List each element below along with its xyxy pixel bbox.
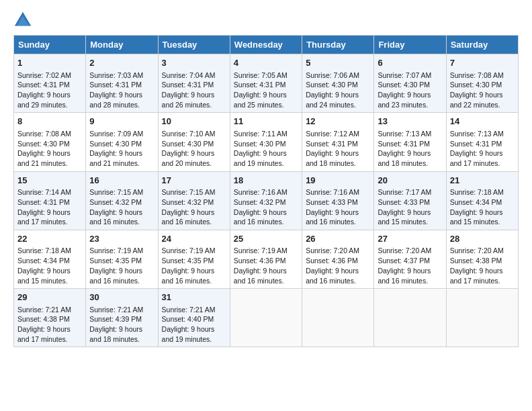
- day-header-tuesday: Tuesday: [158, 36, 230, 54]
- day-info: Sunrise: 7:18 AMSunset: 4:34 PMDaylight:…: [17, 246, 82, 285]
- day-number: 31: [162, 291, 226, 304]
- day-info: Sunrise: 7:21 AMSunset: 4:39 PMDaylight:…: [89, 305, 154, 345]
- calendar-cell: 10Sunrise: 7:10 AMSunset: 4:30 PMDayligh…: [158, 113, 230, 171]
- calendar-cell: 24Sunrise: 7:19 AMSunset: 4:35 PMDayligh…: [158, 230, 230, 288]
- day-number: 19: [306, 175, 370, 187]
- calendar-cell: 3Sunrise: 7:04 AMSunset: 4:31 PMDaylight…: [158, 54, 230, 113]
- calendar-table: SundayMondayTuesdayWednesdayThursdayFrid…: [13, 35, 519, 347]
- day-info: Sunrise: 7:15 AMSunset: 4:32 PMDaylight:…: [162, 187, 226, 227]
- day-number: 1: [17, 57, 82, 69]
- day-info: Sunrise: 7:13 AMSunset: 4:31 PMDaylight:…: [450, 129, 515, 169]
- day-number: 15: [17, 175, 82, 187]
- day-number: 13: [378, 116, 442, 128]
- day-number: 21: [450, 175, 515, 187]
- day-number: 4: [234, 57, 298, 69]
- day-info: Sunrise: 7:10 AMSunset: 4:30 PMDaylight:…: [162, 129, 226, 169]
- page: SundayMondayTuesdayWednesdayThursdayFrid…: [0, 0, 532, 354]
- day-info: Sunrise: 7:06 AMSunset: 4:30 PMDaylight:…: [306, 71, 370, 110]
- calendar-cell: 11Sunrise: 7:11 AMSunset: 4:30 PMDayligh…: [230, 113, 302, 171]
- day-header-monday: Monday: [86, 36, 158, 54]
- week-row-2: 8Sunrise: 7:08 AMSunset: 4:30 PMDaylight…: [14, 113, 519, 171]
- day-info: Sunrise: 7:14 AMSunset: 4:31 PMDaylight:…: [17, 187, 82, 227]
- day-number: 9: [89, 116, 154, 128]
- day-number: 29: [17, 291, 82, 304]
- logo-icon: [13, 11, 32, 30]
- day-info: Sunrise: 7:20 AMSunset: 4:37 PMDaylight:…: [378, 246, 442, 285]
- calendar-cell: 30Sunrise: 7:21 AMSunset: 4:39 PMDayligh…: [86, 289, 158, 347]
- day-number: 18: [234, 175, 298, 187]
- day-info: Sunrise: 7:13 AMSunset: 4:31 PMDaylight:…: [378, 129, 442, 169]
- calendar-cell: 27Sunrise: 7:20 AMSunset: 4:37 PMDayligh…: [374, 230, 446, 288]
- day-info: Sunrise: 7:03 AMSunset: 4:31 PMDaylight:…: [89, 71, 154, 110]
- calendar-cell: 26Sunrise: 7:20 AMSunset: 4:36 PMDayligh…: [302, 230, 374, 288]
- day-number: 8: [17, 116, 82, 128]
- day-info: Sunrise: 7:21 AMSunset: 4:40 PMDaylight:…: [162, 305, 226, 345]
- day-number: 27: [378, 233, 442, 245]
- day-number: 7: [450, 57, 515, 69]
- day-header-sunday: Sunday: [14, 36, 86, 54]
- day-number: 10: [162, 116, 226, 128]
- day-number: 6: [378, 57, 442, 69]
- day-number: 22: [17, 233, 82, 245]
- day-number: 14: [450, 116, 515, 128]
- calendar-cell: [374, 289, 446, 347]
- day-info: Sunrise: 7:16 AMSunset: 4:32 PMDaylight:…: [234, 187, 298, 227]
- day-info: Sunrise: 7:17 AMSunset: 4:33 PMDaylight:…: [378, 187, 442, 227]
- day-number: 28: [450, 233, 515, 245]
- calendar-cell: 4Sunrise: 7:05 AMSunset: 4:31 PMDaylight…: [230, 54, 302, 113]
- week-row-5: 29Sunrise: 7:21 AMSunset: 4:38 PMDayligh…: [14, 289, 519, 347]
- calendar-cell: 29Sunrise: 7:21 AMSunset: 4:38 PMDayligh…: [14, 289, 86, 347]
- calendar-cell: 19Sunrise: 7:16 AMSunset: 4:33 PMDayligh…: [302, 171, 374, 230]
- calendar-cell: 12Sunrise: 7:12 AMSunset: 4:31 PMDayligh…: [302, 113, 374, 171]
- day-number: 16: [89, 175, 154, 187]
- calendar-cell: 20Sunrise: 7:17 AMSunset: 4:33 PMDayligh…: [374, 171, 446, 230]
- calendar-cell: 21Sunrise: 7:18 AMSunset: 4:34 PMDayligh…: [446, 171, 518, 230]
- day-info: Sunrise: 7:20 AMSunset: 4:36 PMDaylight:…: [306, 246, 370, 285]
- calendar-cell: 17Sunrise: 7:15 AMSunset: 4:32 PMDayligh…: [158, 171, 230, 230]
- week-row-3: 15Sunrise: 7:14 AMSunset: 4:31 PMDayligh…: [14, 171, 519, 230]
- calendar-cell: 1Sunrise: 7:02 AMSunset: 4:31 PMDaylight…: [14, 54, 86, 113]
- calendar-cell: 9Sunrise: 7:09 AMSunset: 4:30 PMDaylight…: [86, 113, 158, 171]
- day-info: Sunrise: 7:12 AMSunset: 4:31 PMDaylight:…: [306, 129, 370, 169]
- day-info: Sunrise: 7:04 AMSunset: 4:31 PMDaylight:…: [162, 71, 226, 110]
- day-info: Sunrise: 7:18 AMSunset: 4:34 PMDaylight:…: [450, 187, 515, 227]
- day-info: Sunrise: 7:08 AMSunset: 4:30 PMDaylight:…: [450, 71, 515, 110]
- day-number: 17: [162, 175, 226, 187]
- day-info: Sunrise: 7:20 AMSunset: 4:38 PMDaylight:…: [450, 246, 515, 285]
- day-number: 24: [162, 233, 226, 245]
- header-row: SundayMondayTuesdayWednesdayThursdayFrid…: [14, 36, 519, 54]
- day-number: 25: [234, 233, 298, 245]
- day-info: Sunrise: 7:19 AMSunset: 4:36 PMDaylight:…: [234, 246, 298, 285]
- day-number: 20: [378, 175, 442, 187]
- day-number: 26: [306, 233, 370, 245]
- day-header-saturday: Saturday: [446, 36, 518, 54]
- day-number: 3: [162, 57, 226, 69]
- calendar-cell: 7Sunrise: 7:08 AMSunset: 4:30 PMDaylight…: [446, 54, 518, 113]
- week-row-1: 1Sunrise: 7:02 AMSunset: 4:31 PMDaylight…: [14, 54, 519, 113]
- day-info: Sunrise: 7:02 AMSunset: 4:31 PMDaylight:…: [17, 71, 82, 110]
- calendar-cell: [302, 289, 374, 347]
- day-info: Sunrise: 7:09 AMSunset: 4:30 PMDaylight:…: [89, 129, 154, 169]
- calendar-cell: [230, 289, 302, 347]
- day-info: Sunrise: 7:08 AMSunset: 4:30 PMDaylight:…: [17, 129, 82, 169]
- header: [13, 11, 519, 30]
- day-info: Sunrise: 7:19 AMSunset: 4:35 PMDaylight:…: [162, 246, 226, 285]
- day-info: Sunrise: 7:19 AMSunset: 4:35 PMDaylight:…: [89, 246, 154, 285]
- calendar-cell: 15Sunrise: 7:14 AMSunset: 4:31 PMDayligh…: [14, 171, 86, 230]
- day-number: 23: [89, 233, 154, 245]
- calendar-cell: 8Sunrise: 7:08 AMSunset: 4:30 PMDaylight…: [14, 113, 86, 171]
- calendar-cell: 2Sunrise: 7:03 AMSunset: 4:31 PMDaylight…: [86, 54, 158, 113]
- calendar-cell: 18Sunrise: 7:16 AMSunset: 4:32 PMDayligh…: [230, 171, 302, 230]
- day-number: 5: [306, 57, 370, 69]
- calendar-cell: 23Sunrise: 7:19 AMSunset: 4:35 PMDayligh…: [86, 230, 158, 288]
- calendar-cell: 28Sunrise: 7:20 AMSunset: 4:38 PMDayligh…: [446, 230, 518, 288]
- day-info: Sunrise: 7:11 AMSunset: 4:30 PMDaylight:…: [234, 129, 298, 169]
- day-info: Sunrise: 7:21 AMSunset: 4:38 PMDaylight:…: [17, 305, 82, 345]
- calendar-cell: 25Sunrise: 7:19 AMSunset: 4:36 PMDayligh…: [230, 230, 302, 288]
- day-number: 2: [89, 57, 154, 69]
- calendar-cell: 16Sunrise: 7:15 AMSunset: 4:32 PMDayligh…: [86, 171, 158, 230]
- calendar-cell: 22Sunrise: 7:18 AMSunset: 4:34 PMDayligh…: [14, 230, 86, 288]
- calendar-cell: 6Sunrise: 7:07 AMSunset: 4:30 PMDaylight…: [374, 54, 446, 113]
- day-header-thursday: Thursday: [302, 36, 374, 54]
- calendar-cell: 5Sunrise: 7:06 AMSunset: 4:30 PMDaylight…: [302, 54, 374, 113]
